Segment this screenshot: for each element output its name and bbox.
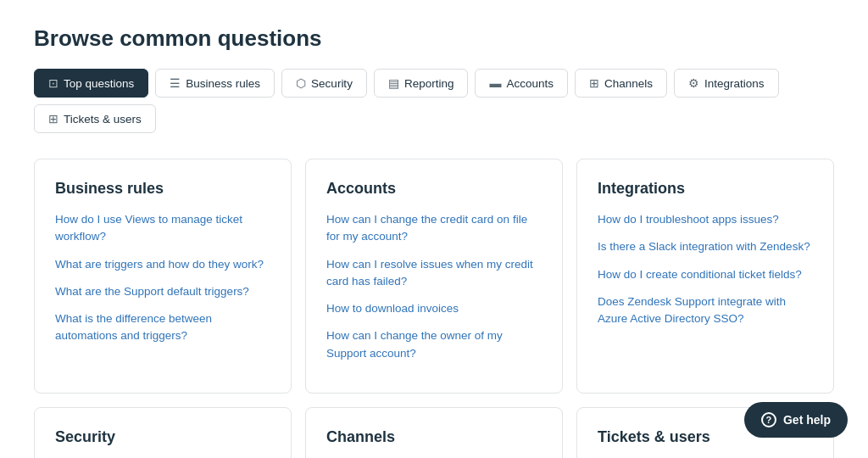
business-rules-tab-icon: ☰ (170, 76, 181, 90)
tab-reporting[interactable]: ▤Reporting (374, 69, 469, 98)
tab-reporting-label: Reporting (404, 77, 454, 90)
page-title: Browse common questions (34, 25, 834, 52)
card-link[interactable]: Does Zendesk Support integrate with Azur… (598, 293, 813, 328)
tabs-container: ⊡Top questions☰Business rules⬡Security▤R… (34, 69, 834, 133)
tab-business-rules-label: Business rules (186, 77, 260, 90)
tab-tickets-users[interactable]: ⊞Tickets & users (34, 104, 156, 133)
top-questions-tab-icon: ⊡ (48, 76, 58, 90)
tab-security-label: Security (311, 77, 353, 90)
tab-channels[interactable]: ⊞Channels (575, 69, 667, 98)
card-channels: ChannelsWhat are some options for advanc… (305, 407, 563, 458)
get-help-label: Get help (783, 413, 831, 427)
channels-tab-icon: ⊞ (589, 76, 599, 90)
card-link[interactable]: How do I troubleshoot apps issues? (598, 211, 813, 228)
card-channels-title: Channels (326, 428, 542, 446)
card-link[interactable]: What are the Support default triggers? (55, 283, 270, 300)
get-help-button[interactable]: ? Get help (744, 402, 848, 438)
tab-channels-label: Channels (604, 77, 653, 90)
tab-integrations-label: Integrations (704, 77, 765, 90)
tab-top-questions-label: Top questions (64, 77, 134, 90)
card-integrations: IntegrationsHow do I troubleshoot apps i… (576, 159, 834, 394)
tab-accounts[interactable]: ▬Accounts (475, 69, 568, 98)
card-link[interactable]: What are triggers and how do they work? (55, 256, 270, 273)
accounts-tab-icon: ▬ (489, 76, 501, 90)
integrations-tab-icon: ⚙ (688, 76, 699, 90)
card-link[interactable]: How can I change the owner of my Support… (326, 327, 542, 362)
security-tab-icon: ⬡ (296, 76, 306, 90)
tab-tickets-users-label: Tickets & users (64, 113, 142, 126)
card-link[interactable]: How can I change the credit card on file… (326, 211, 542, 246)
card-link[interactable]: How can I resolve issues when my credit … (326, 256, 542, 291)
card-business-rules: Business rulesHow do I use Views to mana… (34, 159, 292, 394)
card-accounts-title: Accounts (326, 180, 542, 198)
card-integrations-title: Integrations (598, 180, 813, 198)
card-link[interactable]: How do I create conditional ticket field… (598, 266, 813, 283)
card-accounts: AccountsHow can I change the credit card… (305, 159, 563, 394)
card-security: SecurityHow can I bulk delete spam ticke… (34, 407, 292, 458)
tickets-users-tab-icon: ⊞ (48, 112, 58, 126)
card-link[interactable]: What is the difference between automatio… (55, 310, 270, 345)
tab-accounts-label: Accounts (506, 77, 554, 90)
tab-business-rules[interactable]: ☰Business rules (155, 69, 275, 98)
card-security-title: Security (55, 428, 270, 446)
card-link[interactable]: Is there a Slack integration with Zendes… (598, 238, 813, 255)
reporting-tab-icon: ▤ (388, 76, 399, 90)
card-link[interactable]: How to download invoices (326, 300, 542, 317)
cards-grid: Business rulesHow do I use Views to mana… (34, 159, 834, 458)
tab-top-questions[interactable]: ⊡Top questions (34, 69, 148, 98)
help-circle-icon: ? (761, 412, 776, 427)
tab-integrations[interactable]: ⚙Integrations (674, 69, 779, 98)
card-business-rules-title: Business rules (55, 180, 270, 198)
card-link[interactable]: How do I use Views to manage ticket work… (55, 211, 270, 246)
tab-security[interactable]: ⬡Security (281, 69, 367, 98)
